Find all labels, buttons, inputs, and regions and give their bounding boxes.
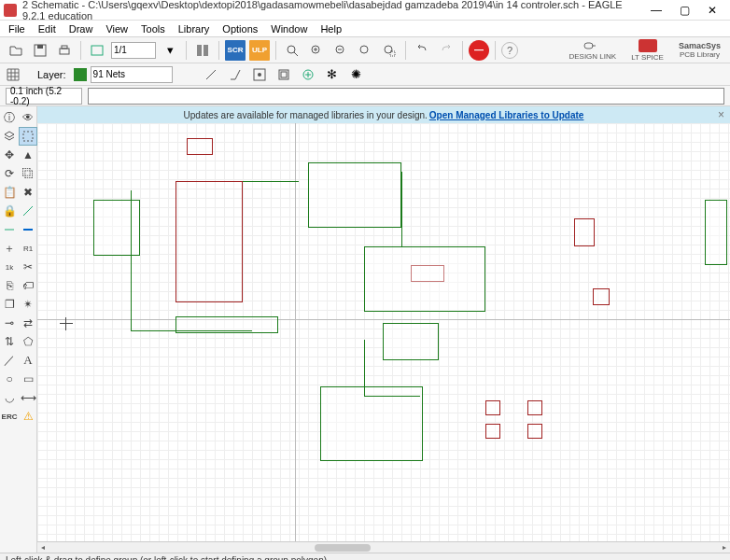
gear2-icon[interactable]: ✺: [346, 64, 367, 85]
separator: [80, 41, 81, 60]
open-button[interactable]: [6, 40, 26, 61]
net-line: [364, 396, 420, 397]
arc-button[interactable]: ◡: [0, 388, 19, 407]
text-button[interactable]: A: [19, 351, 37, 370]
redo-button[interactable]: [436, 40, 456, 61]
zoom-select-button[interactable]: [379, 40, 400, 61]
rotate-button[interactable]: ⟳: [0, 164, 19, 183]
menu-edit[interactable]: Edit: [32, 22, 63, 35]
undo-button[interactable]: [412, 40, 432, 61]
layers-button[interactable]: [0, 127, 19, 146]
designlink-button[interactable]: DESIGN LINK: [565, 39, 620, 61]
net-block-5: [383, 323, 439, 360]
schematic-canvas[interactable]: Updates are available for managed librar…: [37, 106, 730, 553]
net-button[interactable]: [0, 220, 19, 239]
wire-style-button[interactable]: [225, 64, 246, 85]
stop-button[interactable]: —: [469, 40, 489, 61]
menu-library[interactable]: Library: [172, 22, 217, 35]
value-button[interactable]: 1k: [0, 258, 19, 276]
miter-button[interactable]: [201, 64, 221, 85]
library-button[interactable]: [192, 40, 213, 61]
brand-box: DESIGN LINK LT SPICE SamacSys PCB Librar…: [565, 39, 724, 62]
delete-button[interactable]: ✖: [19, 183, 37, 202]
svg-rect-2: [60, 49, 69, 54]
add-part-button[interactable]: [298, 64, 318, 85]
samacsys-button[interactable]: SamacSys PCB Library: [675, 42, 724, 59]
junction-button[interactable]: [249, 64, 270, 85]
label-button[interactable]: 🏷: [19, 276, 37, 295]
erc-button[interactable]: ERC: [0, 407, 19, 426]
pinswap-button[interactable]: ⇅: [0, 332, 19, 351]
connector-5: [485, 424, 500, 439]
board-button[interactable]: [87, 40, 107, 61]
paste-button[interactable]: 📋: [0, 183, 19, 202]
menu-help[interactable]: Help: [314, 22, 348, 35]
connector-2: [593, 288, 610, 305]
add-button[interactable]: ＋: [0, 239, 19, 258]
move-button[interactable]: ✥: [0, 146, 19, 164]
gear1-icon[interactable]: ✻: [322, 64, 343, 85]
group-button[interactable]: [19, 127, 37, 146]
dimension-button[interactable]: ⟷: [19, 388, 37, 407]
menu-window[interactable]: Window: [264, 22, 314, 35]
mirror-button[interactable]: ▲: [19, 146, 37, 164]
circle-button[interactable]: ○: [0, 370, 19, 388]
split-button[interactable]: ✂: [19, 258, 37, 276]
pin-button[interactable]: ⊸: [0, 314, 19, 332]
copy-button[interactable]: ⿻: [19, 164, 37, 183]
print-button[interactable]: [54, 40, 75, 61]
script-button[interactable]: SCR: [225, 40, 246, 61]
sheet-dropdown-icon[interactable]: ▾: [160, 40, 180, 61]
rect-button[interactable]: ▭: [19, 370, 37, 388]
menu-options[interactable]: Options: [216, 22, 264, 35]
attribute-button[interactable]: ❐: [0, 295, 19, 314]
module-button[interactable]: [274, 64, 294, 85]
gateswap-button[interactable]: ⇄: [19, 314, 37, 332]
smash-button[interactable]: ✴: [19, 295, 37, 314]
menu-tools[interactable]: Tools: [134, 22, 172, 35]
ulp-button[interactable]: ULP: [249, 40, 270, 61]
minimize-button[interactable]: —: [642, 1, 670, 20]
sheet-selector[interactable]: [111, 42, 156, 59]
save-button[interactable]: [30, 40, 50, 61]
mcu-chip: [175, 181, 243, 302]
name-button[interactable]: R1: [19, 239, 37, 258]
errors-button[interactable]: ⚠: [19, 407, 37, 426]
menu-file[interactable]: File: [2, 22, 32, 35]
svg-line-8: [294, 52, 298, 56]
zoom-redraw-button[interactable]: [355, 40, 375, 61]
info-button[interactable]: ⓘ: [0, 108, 19, 127]
lock-button[interactable]: 🔒: [0, 202, 19, 220]
menu-view[interactable]: View: [99, 22, 134, 35]
svg-rect-1: [37, 45, 43, 49]
net-line: [131, 190, 132, 330]
layer-selector[interactable]: [91, 66, 173, 83]
show-button[interactable]: 👁: [19, 108, 37, 127]
scroll-right-arrow-icon[interactable]: ▸: [719, 542, 730, 553]
horizontal-scrollbar[interactable]: ◂ ▸: [37, 541, 730, 553]
line-button[interactable]: ／: [0, 351, 19, 370]
scroll-thumb[interactable]: [315, 544, 371, 552]
notification-link[interactable]: Open Managed Libraries to Update: [429, 110, 584, 120]
wire-button[interactable]: [19, 202, 37, 220]
help-button[interactable]: ?: [501, 42, 518, 59]
command-input[interactable]: [88, 88, 724, 105]
bus-button[interactable]: [19, 220, 37, 239]
zoom-in-button[interactable]: [306, 40, 327, 61]
polygon-button[interactable]: ⬠: [19, 332, 37, 351]
designlink-label: DESIGN LINK: [569, 52, 616, 61]
samacsys-sublabel: PCB Library: [680, 50, 720, 59]
maximize-button[interactable]: ▢: [670, 1, 698, 20]
ltspice-label: LT SPICE: [631, 53, 664, 62]
zoom-out-button[interactable]: [330, 40, 351, 61]
layer-color-swatch[interactable]: [74, 68, 87, 81]
grid-button[interactable]: [6, 67, 21, 82]
zoom-fit-button[interactable]: [282, 40, 302, 61]
menu-draw[interactable]: Draw: [63, 22, 100, 35]
ltspice-button[interactable]: LT SPICE: [627, 39, 667, 62]
scroll-left-arrow-icon[interactable]: ◂: [37, 542, 49, 553]
net-line: [131, 330, 252, 331]
invoke-button[interactable]: ⎘: [0, 276, 19, 295]
close-button[interactable]: ✕: [698, 1, 726, 20]
notification-close-icon[interactable]: ×: [718, 108, 724, 121]
